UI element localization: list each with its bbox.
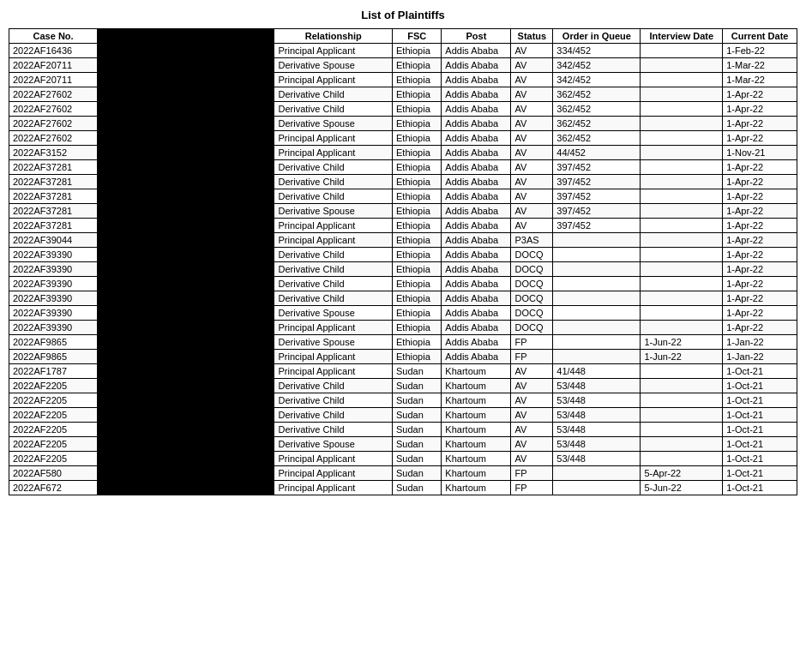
cell-post: Addis Ababa bbox=[442, 219, 511, 233]
cell-queue bbox=[553, 335, 641, 350]
cell-post: Addis Ababa bbox=[442, 233, 511, 248]
cell-queue bbox=[553, 481, 641, 495]
table-row: 2022AF2205Derivative ChildSudanKhartoumA… bbox=[9, 408, 797, 423]
cell-status: AV bbox=[511, 58, 553, 73]
cell-current: 1-Jan-22 bbox=[723, 335, 797, 350]
cell-case-no: 2022AF1787 bbox=[9, 364, 98, 379]
cell-post: Addis Ababa bbox=[442, 306, 511, 321]
cell-queue bbox=[553, 277, 641, 291]
cell-name-redacted bbox=[98, 408, 274, 423]
cell-case-no: 2022AF3152 bbox=[9, 146, 98, 160]
cell-fsc: Ethiopia bbox=[393, 175, 442, 189]
cell-current: 1-Mar-22 bbox=[723, 58, 797, 73]
cell-status: DOCQ bbox=[511, 248, 553, 262]
cell-fsc: Sudan bbox=[393, 408, 442, 423]
cell-status: AV bbox=[511, 117, 553, 131]
cell-current: 1-Apr-22 bbox=[723, 175, 797, 189]
cell-fsc: Ethiopia bbox=[393, 87, 442, 102]
cell-case-no: 2022AF27602 bbox=[9, 131, 98, 146]
cell-status: FP bbox=[511, 481, 553, 495]
cell-case-no: 2022AF580 bbox=[9, 466, 98, 481]
table-row: 2022AF20711Derivative SpouseEthiopiaAddi… bbox=[9, 58, 797, 73]
cell-name-redacted bbox=[98, 175, 274, 189]
cell-fsc: Sudan bbox=[393, 452, 442, 466]
cell-queue: 334/452 bbox=[553, 44, 641, 58]
cell-case-no: 2022AF2205 bbox=[9, 452, 98, 466]
cell-case-no: 2022AF39390 bbox=[9, 277, 98, 291]
cell-status: AV bbox=[511, 175, 553, 189]
cell-queue: 44/452 bbox=[553, 146, 641, 160]
cell-relationship: Derivative Child bbox=[274, 262, 393, 277]
cell-relationship: Principal Applicant bbox=[274, 481, 393, 495]
cell-current: 1-Apr-22 bbox=[723, 102, 797, 117]
page-title: List of Plaintiffs bbox=[9, 9, 797, 21]
cell-post: Addis Ababa bbox=[442, 262, 511, 277]
cell-case-no: 2022AF27602 bbox=[9, 117, 98, 131]
cell-relationship: Derivative Child bbox=[274, 87, 393, 102]
cell-current: 1-Apr-22 bbox=[723, 87, 797, 102]
cell-current: 1-Oct-21 bbox=[723, 481, 797, 495]
cell-relationship: Principal Applicant bbox=[274, 466, 393, 481]
cell-status: AV bbox=[511, 408, 553, 423]
cell-relationship: Derivative Spouse bbox=[274, 117, 393, 131]
cell-interview bbox=[641, 423, 723, 437]
table-row: 2022AF37281Derivative SpouseEthiopiaAddi… bbox=[9, 204, 797, 219]
cell-status: AV bbox=[511, 393, 553, 408]
cell-case-no: 2022AF37281 bbox=[9, 160, 98, 175]
cell-fsc: Sudan bbox=[393, 379, 442, 393]
cell-name-redacted bbox=[98, 87, 274, 102]
cell-relationship: Derivative Child bbox=[274, 160, 393, 175]
cell-fsc: Ethiopia bbox=[393, 321, 442, 335]
cell-interview bbox=[641, 189, 723, 204]
cell-interview bbox=[641, 44, 723, 58]
cell-post: Addis Ababa bbox=[442, 44, 511, 58]
cell-queue bbox=[553, 291, 641, 306]
cell-current: 1-Apr-22 bbox=[723, 160, 797, 175]
cell-queue: 342/452 bbox=[553, 73, 641, 87]
table-row: 2022AF37281Principal ApplicantEthiopiaAd… bbox=[9, 219, 797, 233]
cell-name-redacted bbox=[98, 73, 274, 87]
table-row: 2022AF2205Derivative ChildSudanKhartoumA… bbox=[9, 379, 797, 393]
cell-case-no: 2022AF39390 bbox=[9, 262, 98, 277]
table-row: 2022AF2205Derivative ChildSudanKhartoumA… bbox=[9, 393, 797, 408]
cell-fsc: Ethiopia bbox=[393, 233, 442, 248]
cell-interview bbox=[641, 437, 723, 452]
cell-current: 1-Oct-21 bbox=[723, 423, 797, 437]
cell-fsc: Ethiopia bbox=[393, 189, 442, 204]
cell-relationship: Derivative Child bbox=[274, 175, 393, 189]
cell-interview bbox=[641, 393, 723, 408]
header-name-redacted bbox=[98, 29, 274, 44]
cell-relationship: Principal Applicant bbox=[274, 131, 393, 146]
header-relationship: Relationship bbox=[274, 29, 393, 44]
cell-interview bbox=[641, 146, 723, 160]
cell-case-no: 2022AF37281 bbox=[9, 219, 98, 233]
cell-current: 1-Nov-21 bbox=[723, 146, 797, 160]
cell-case-no: 2022AF9865 bbox=[9, 335, 98, 350]
cell-name-redacted bbox=[98, 452, 274, 466]
cell-name-redacted bbox=[98, 364, 274, 379]
cell-case-no: 2022AF2205 bbox=[9, 379, 98, 393]
cell-status: DOCQ bbox=[511, 321, 553, 335]
cell-current: 1-Apr-22 bbox=[723, 306, 797, 321]
cell-interview bbox=[641, 408, 723, 423]
cell-post: Khartoum bbox=[442, 364, 511, 379]
cell-current: 1-Oct-21 bbox=[723, 379, 797, 393]
cell-name-redacted bbox=[98, 58, 274, 73]
table-row: 2022AF2205Derivative SpouseSudanKhartoum… bbox=[9, 437, 797, 452]
cell-status: AV bbox=[511, 87, 553, 102]
table-row: 2022AF672Principal ApplicantSudanKhartou… bbox=[9, 481, 797, 495]
cell-current: 1-Apr-22 bbox=[723, 131, 797, 146]
cell-fsc: Ethiopia bbox=[393, 73, 442, 87]
table-row: 2022AF27602Derivative SpouseEthiopiaAddi… bbox=[9, 117, 797, 131]
cell-fsc: Sudan bbox=[393, 481, 442, 495]
cell-current: 1-Apr-22 bbox=[723, 219, 797, 233]
cell-fsc: Sudan bbox=[393, 466, 442, 481]
cell-name-redacted bbox=[98, 481, 274, 495]
cell-relationship: Principal Applicant bbox=[274, 364, 393, 379]
cell-fsc: Ethiopia bbox=[393, 248, 442, 262]
cell-current: 1-Oct-21 bbox=[723, 452, 797, 466]
table-row: 2022AF39390Derivative ChildEthiopiaAddis… bbox=[9, 277, 797, 291]
table-row: 2022AF37281Derivative ChildEthiopiaAddis… bbox=[9, 160, 797, 175]
cell-interview bbox=[641, 160, 723, 175]
cell-queue: 53/448 bbox=[553, 379, 641, 393]
